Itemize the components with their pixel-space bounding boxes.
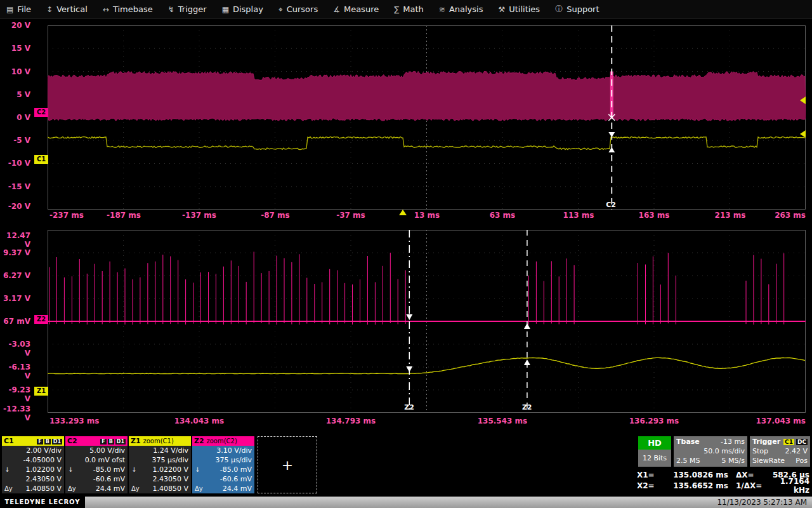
zoom-x-label: 133.293 ms — [19, 417, 126, 425]
trigger-badges: C1DC — [782, 438, 808, 446]
vdiv-value: 3.10 V/div — [216, 446, 252, 455]
cursor2-value: 2.43050 V — [152, 475, 188, 483]
z1-header[interactable]: Z1 zoom(C1) — [129, 436, 191, 446]
main-x-label: 63 ms — [474, 211, 531, 220]
cursor1-value: 1.02200 V — [152, 465, 188, 474]
svg-text:C2: C2 — [606, 201, 616, 209]
zoom-waveform-grid[interactable]: Z2Z2 — [48, 230, 806, 413]
add-trace-button[interactable]: + — [258, 436, 317, 493]
menu-item-utilities[interactable]: ⚒Utilities — [498, 4, 540, 14]
menu-label: Trigger — [178, 4, 207, 14]
hd-mode-badge: HD — [638, 436, 671, 450]
status-bar: TELEDYNE LECROY 11/13/2023 5:27:13 AM — [0, 497, 812, 508]
plus-icon: + — [282, 457, 293, 473]
channel-badges: FBD1 — [36, 437, 62, 445]
vdiv-value: 5.00 V/div — [89, 446, 125, 455]
cursor1-value: 1.02200 V — [25, 465, 62, 474]
channel-descriptor-z2[interactable]: Z2 zoom(C2) 3.10 V/div 375 µs/div ↓-85.0… — [192, 436, 254, 493]
menu-item-measure[interactable]: ∡Measure — [333, 4, 379, 14]
channel-id: Z1 — [131, 437, 141, 445]
zoom-y-label: 67 mV — [0, 317, 30, 326]
oscilloscope-screen: { "app": {"brand": "TELEDYNE LECROY", "d… — [0, 0, 812, 508]
zoom-x-label: 136.293 ms — [625, 417, 683, 425]
zoom-x-label: 134.793 ms — [322, 417, 379, 425]
channel-badges: FBD1 — [99, 437, 126, 445]
cursor-down-icon: ↓ — [195, 466, 200, 473]
c2-readouts: 5.00 V/div 0.0 mV ofst ↓-85.0 mV -60.6 m… — [65, 446, 128, 493]
menu-label: Measure — [344, 4, 379, 14]
menu-label: Math — [403, 4, 424, 14]
cursor-down-icon: ↓ — [131, 466, 136, 473]
trigger-kind: SlewRate — [752, 457, 785, 465]
menu-item-support[interactable]: ⓘSupport — [555, 4, 599, 15]
main-x-label: -187 ms — [95, 211, 152, 220]
main-y-label: -5 V — [0, 136, 30, 145]
channel-descriptor-z1[interactable]: Z1 zoom(C1) 1.24 V/div 375 µs/div ↓1.022… — [129, 436, 191, 493]
vdiv-value: 1.24 V/div — [153, 446, 188, 455]
c1-readouts: 2.00 V/div -4.05000 V ↓1.02200 V 2.43050… — [2, 446, 64, 493]
main-y-label: -20 V — [0, 202, 30, 211]
menu-label: Vertical — [56, 4, 88, 14]
timebase-box[interactable]: Tbase -13 ms 50.0 ms/div 2.5 MS 5 MS/s — [674, 436, 747, 467]
trigger-slope: Pos — [796, 457, 808, 465]
menu-label: Analysis — [449, 4, 483, 14]
z2-header[interactable]: Z2 zoom(C2) — [192, 436, 254, 446]
cursor2-value: 2.43050 V — [25, 475, 62, 483]
math-icon: ∑ — [394, 5, 399, 14]
zoom-y-label: -9.23 V — [0, 385, 30, 403]
main-y-label: 0 V — [0, 113, 30, 122]
c1-channel-marker[interactable]: C1 — [34, 155, 48, 164]
utilities-icon: ⚒ — [498, 5, 505, 14]
tbase-rate: 5 MS/s — [722, 457, 745, 465]
channel-suffix: zoom(C2) — [206, 438, 237, 444]
main-x-label: 263 ms — [749, 211, 806, 220]
channel-descriptor-c2[interactable]: C2 FBD1 5.00 V/div 0.0 mV ofst ↓-85.0 mV… — [65, 436, 128, 493]
acquisition-box[interactable]: HD 12 Bits — [638, 436, 671, 467]
menu-label: File — [17, 4, 31, 14]
zoom-x-label: 134.043 ms — [171, 417, 228, 425]
menu-item-math[interactable]: ∑Math — [394, 4, 424, 14]
invdx-label: 1/ΔX= — [736, 481, 766, 490]
cursor1-value: -85.0 mV — [220, 465, 252, 474]
zoom-y-label: -6.13 V — [0, 363, 30, 380]
menu-item-display[interactable]: ▦Display — [222, 4, 263, 14]
c2-header[interactable]: C2 FBD1 — [65, 436, 128, 446]
menu-item-cursors[interactable]: ⌖Cursors — [278, 4, 318, 14]
trigger-position-marker[interactable] — [399, 210, 407, 215]
invdx-value: 1.7164 kHz — [766, 477, 809, 495]
menu-item-file[interactable]: ▤File — [6, 4, 31, 14]
channel-descriptor-c1[interactable]: C1 FBD1 2.00 V/div -4.05000 V ↓1.02200 V… — [2, 436, 64, 493]
trigger-coupling-badge: DC — [796, 439, 808, 445]
z2-readouts: 3.10 V/div 375 µs/div ↓-85.0 mV -60.6 mV… — [192, 446, 254, 493]
menu-item-vertical[interactable]: ↕Vertical — [46, 4, 88, 14]
c2-channel-marker[interactable]: C2 — [34, 108, 48, 117]
tbase-label: Tbase — [676, 438, 700, 446]
delta-y-value: 1.40850 V — [152, 485, 188, 493]
menu-item-analysis[interactable]: ≋Analysis — [439, 4, 483, 14]
zoom-x-label: 137.043 ms — [749, 417, 806, 425]
zoom-y-label: 3.17 V — [0, 294, 30, 303]
main-x-label: 13 ms — [398, 211, 455, 220]
c1-header[interactable]: C1 FBD1 — [2, 436, 64, 446]
z2-channel-marker[interactable]: Z2 — [34, 315, 48, 324]
menu-label: Utilities — [509, 4, 540, 14]
z1-channel-marker[interactable]: Z1 — [34, 387, 48, 396]
x2-value: 135.6652 ms — [664, 481, 728, 490]
main-x-label: 163 ms — [625, 211, 683, 220]
main-y-label: 20 V — [0, 21, 30, 30]
trigger-label: Trigger — [752, 438, 780, 446]
menu-item-timebase[interactable]: ↔Timebase — [103, 4, 153, 14]
cursor-readout: X1= 135.0826 ms ΔX= 582.6 µs X2= 135.665… — [637, 469, 811, 491]
cursor2-value: -60.6 mV — [220, 475, 252, 483]
analysis-icon: ≋ — [439, 5, 445, 14]
x1-label: X1= — [637, 471, 664, 479]
dx-label: ΔX= — [736, 471, 766, 479]
trigger-box[interactable]: Trigger C1DC Stop 2.42 V SlewRate Pos — [750, 436, 810, 467]
main-y-label: 15 V — [0, 44, 30, 53]
datetime: 11/13/2023 5:27:13 AM — [717, 497, 807, 508]
cursor-down-icon: ↓ — [68, 466, 73, 473]
offset-value: -4.05000 V — [23, 456, 62, 464]
main-waveform-grid[interactable]: C2 — [48, 25, 806, 210]
x2-label: X2= — [637, 481, 664, 490]
menu-item-trigger[interactable]: ↯Trigger — [168, 4, 207, 14]
